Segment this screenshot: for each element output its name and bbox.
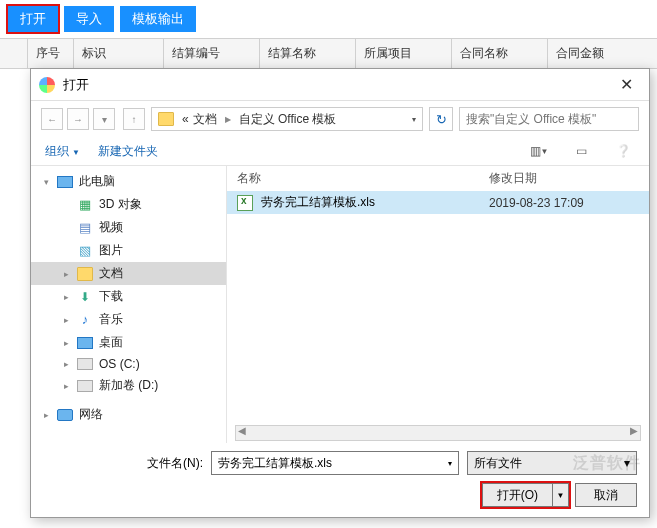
folder-icon [77, 267, 93, 281]
tree-node-label: 此电脑 [79, 173, 115, 190]
file-columns: 名称 修改日期 [227, 166, 649, 191]
open-split-icon[interactable]: ▼ [553, 483, 569, 507]
nav-row: ← → ▾ ↑ « 文档 ▶ 自定义 Office 模板 ▾ ↻ [31, 101, 649, 137]
button-row: 打开(O) ▼ 取消 [43, 483, 637, 507]
cancel-button[interactable]: 取消 [575, 483, 637, 507]
breadcrumb-seg-docs[interactable]: 文档 [193, 111, 217, 128]
col-name[interactable]: 名称 [237, 170, 489, 187]
grid-header: 序号 标识 结算编号 结算名称 所属项目 合同名称 合同金额 [0, 38, 657, 69]
file-list[interactable]: 劳务完工结算模板.xls2019-08-23 17:09 [227, 191, 649, 443]
tree-node[interactable]: ▸桌面 [31, 331, 226, 354]
grid-col-contract-amount[interactable]: 合同金额 [548, 39, 657, 68]
open-button-group: 打开(O) ▼ [482, 483, 569, 507]
help-icon[interactable]: ❔ [611, 141, 635, 161]
refresh-icon[interactable]: ↻ [429, 107, 453, 131]
close-icon[interactable]: ✕ [611, 75, 641, 94]
tree-node-label: 新加卷 (D:) [99, 377, 158, 394]
drive-icon [77, 357, 93, 371]
dialog-body: ▾此电脑3D 对象视频图片▸文档▸下载▸音乐▸桌面▸OS (C:)▸新加卷 (D… [31, 166, 649, 443]
grid-col-settle-no[interactable]: 结算编号 [164, 39, 260, 68]
new-folder-link[interactable]: 新建文件夹 [98, 143, 158, 160]
organize-link[interactable]: 组织▼ [45, 143, 80, 160]
pc-icon [57, 175, 73, 189]
tree-node-label: 3D 对象 [99, 196, 142, 213]
tree-node-label: OS (C:) [99, 357, 140, 371]
folder-tree[interactable]: ▾此电脑3D 对象视频图片▸文档▸下载▸音乐▸桌面▸OS (C:)▸新加卷 (D… [31, 166, 227, 443]
horizontal-scrollbar[interactable] [235, 425, 641, 441]
expand-icon[interactable]: ▸ [61, 315, 71, 325]
tree-node-label: 桌面 [99, 334, 123, 351]
dialog-footer: 文件名(N): 劳务完工结算模板.xls▾ 所有文件▾ 打开(O) ▼ 取消 [31, 443, 649, 517]
grid-col-contract-name[interactable]: 合同名称 [452, 39, 548, 68]
net-icon [57, 408, 73, 422]
chevron-down-icon[interactable]: ▾ [624, 456, 630, 470]
grid-col-settle-name[interactable]: 结算名称 [260, 39, 356, 68]
nav-forward-icon[interactable]: → [67, 108, 89, 130]
open-button[interactable]: 打开 [8, 6, 58, 32]
film-icon [77, 221, 93, 235]
dialog-titlebar: 打开 ✕ [31, 69, 649, 101]
breadcrumb-chevron: « [182, 112, 189, 126]
tree-node[interactable]: ▸网络 [31, 403, 226, 426]
grid-col-project[interactable]: 所属项目 [356, 39, 452, 68]
chevron-down-icon[interactable]: ▾ [448, 459, 452, 468]
view-mode-icon[interactable]: ▥ ▼ [527, 141, 551, 161]
nav-back-icon[interactable]: ← [41, 108, 63, 130]
tree-node-label: 网络 [79, 406, 103, 423]
file-pane: 名称 修改日期 劳务完工结算模板.xls2019-08-23 17:09 [227, 166, 649, 443]
open-file-dialog: 打开 ✕ ← → ▾ ↑ « 文档 ▶ 自定义 Office 模板 ▾ ↻ 组织… [30, 68, 650, 518]
pc-icon [77, 336, 93, 350]
tree-node[interactable]: 视频 [31, 216, 226, 239]
dialog-app-icon [39, 77, 55, 93]
expand-icon[interactable]: ▸ [61, 292, 71, 302]
tree-node[interactable]: ▸音乐 [31, 308, 226, 331]
grid-col-flag[interactable]: 标识 [74, 39, 164, 68]
preview-pane-icon[interactable]: ▭ [569, 141, 593, 161]
expand-icon[interactable]: ▸ [61, 269, 71, 279]
music-icon [77, 313, 93, 327]
file-filter-select[interactable]: 所有文件▾ [467, 451, 637, 475]
folder-icon [158, 112, 174, 126]
expand-icon[interactable]: ▸ [61, 338, 71, 348]
tree-node[interactable]: ▾此电脑 [31, 170, 226, 193]
expand-icon[interactable]: ▸ [41, 410, 51, 420]
import-button[interactable]: 导入 [64, 6, 114, 32]
tree-node-label: 音乐 [99, 311, 123, 328]
search-input[interactable] [459, 107, 639, 131]
expand-icon[interactable]: ▸ [61, 359, 71, 369]
dialog-title: 打开 [63, 76, 611, 94]
tree-node[interactable]: ▸OS (C:) [31, 354, 226, 374]
drive-icon [77, 379, 93, 393]
tree-node[interactable]: ▸文档 [31, 262, 226, 285]
tree-node[interactable]: ▸下载 [31, 285, 226, 308]
col-date[interactable]: 修改日期 [489, 170, 639, 187]
filename-row: 文件名(N): 劳务完工结算模板.xls▾ 所有文件▾ [43, 451, 637, 475]
tree-node-label: 图片 [99, 242, 123, 259]
breadcrumb[interactable]: « 文档 ▶ 自定义 Office 模板 ▾ [151, 107, 423, 131]
file-date: 2019-08-23 17:09 [489, 196, 639, 210]
file-name: 劳务完工结算模板.xls [261, 194, 481, 211]
open-button[interactable]: 打开(O) [482, 483, 553, 507]
tool-row: 组织▼ 新建文件夹 ▥ ▼ ▭ ❔ [31, 137, 649, 166]
nav-recent-icon[interactable]: ▾ [93, 108, 115, 130]
nav-up-icon[interactable]: ↑ [123, 108, 145, 130]
tree-node[interactable]: 图片 [31, 239, 226, 262]
grid-col-seq[interactable]: 序号 [28, 39, 74, 68]
breadcrumb-seg-template[interactable]: 自定义 Office 模板 [239, 111, 337, 128]
nav-arrows: ← → ▾ ↑ [41, 108, 145, 130]
filename-input[interactable]: 劳务完工结算模板.xls▾ [211, 451, 459, 475]
grid-col-expand[interactable] [0, 39, 28, 68]
chevron-right-icon: ▶ [225, 115, 231, 124]
tree-node-label: 下载 [99, 288, 123, 305]
tree-node[interactable]: 3D 对象 [31, 193, 226, 216]
cube-icon [77, 198, 93, 212]
app-toolbar: 打开 导入 模板输出 [0, 0, 657, 38]
filename-label: 文件名(N): [43, 455, 203, 472]
expand-icon[interactable]: ▸ [61, 381, 71, 391]
template-output-button[interactable]: 模板输出 [120, 6, 196, 32]
tree-node-label: 视频 [99, 219, 123, 236]
file-row[interactable]: 劳务完工结算模板.xls2019-08-23 17:09 [227, 191, 649, 214]
tree-node[interactable]: ▸新加卷 (D:) [31, 374, 226, 397]
breadcrumb-dropdown-icon[interactable]: ▾ [412, 115, 416, 124]
expand-icon[interactable]: ▾ [41, 177, 51, 187]
